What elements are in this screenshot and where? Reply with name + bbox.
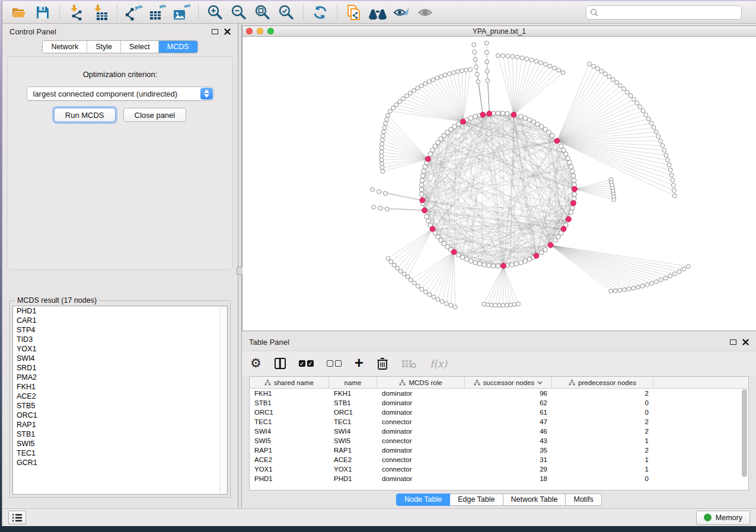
- table-row[interactable]: ORC1ORC1dominator610: [250, 408, 748, 417]
- table-cell[interactable]: dominator: [377, 446, 465, 455]
- mcds-result-item[interactable]: PHD1: [13, 306, 227, 316]
- tab-motifs[interactable]: Motifs: [566, 493, 601, 506]
- memory-button[interactable]: Memory: [696, 511, 750, 525]
- table-row[interactable]: YOX1YOX1connector291: [250, 464, 748, 474]
- table-cell[interactable]: dominator: [377, 398, 465, 408]
- table-cell[interactable]: connector: [377, 436, 465, 446]
- table-cell[interactable]: 1: [552, 455, 653, 464]
- import-network-button[interactable]: [65, 3, 88, 22]
- table-cell[interactable]: ORC1: [329, 408, 377, 417]
- maximize-window-icon[interactable]: [267, 28, 274, 34]
- table-row[interactable]: PHD1PHD1dominator180: [250, 474, 748, 483]
- table-cell[interactable]: dominator: [377, 408, 465, 417]
- network-window-titlebar[interactable]: YPA_prune.txt_1: [243, 26, 756, 37]
- tab-network[interactable]: Network: [43, 41, 87, 53]
- hide-selected-button[interactable]: [390, 3, 413, 22]
- export-image-button[interactable]: [170, 3, 193, 22]
- close-window-icon[interactable]: [246, 28, 253, 34]
- zoom-in-button[interactable]: [203, 3, 227, 22]
- column-header-successor-nodes[interactable]: successor nodes: [465, 377, 552, 388]
- table-cell[interactable]: dominator: [377, 474, 465, 483]
- network-canvas[interactable]: [243, 37, 756, 331]
- open-file-button[interactable]: [7, 3, 31, 22]
- table-cell[interactable]: YOX1: [329, 464, 377, 474]
- table-cell[interactable]: SWI5: [329, 436, 377, 446]
- float-panel-icon[interactable]: [212, 29, 218, 34]
- table-cell[interactable]: 1: [552, 464, 653, 474]
- table-cell[interactable]: SWI4: [329, 427, 377, 436]
- mcds-result-item[interactable]: GCR1: [13, 458, 227, 467]
- first-neighbors-button[interactable]: [366, 3, 390, 22]
- table-cell[interactable]: 2: [552, 389, 653, 398]
- table-cell[interactable]: RAP1: [250, 446, 329, 455]
- delete-table-button[interactable]: [401, 355, 417, 373]
- float-table-panel-icon[interactable]: [730, 339, 736, 345]
- delete-columns-button[interactable]: [377, 355, 388, 373]
- save-session-button[interactable]: [31, 3, 55, 22]
- table-cell[interactable]: dominator: [377, 389, 465, 398]
- table-row[interactable]: RAP1RAP1dominator352: [250, 446, 748, 455]
- mcds-result-item[interactable]: CAR1: [13, 316, 227, 325]
- table-row[interactable]: SWI4SWI4dominator462: [250, 427, 748, 436]
- export-table-button[interactable]: [146, 3, 170, 22]
- table-cell[interactable]: 29: [465, 464, 552, 474]
- table-cell[interactable]: 2: [552, 427, 653, 436]
- mcds-result-item[interactable]: PMA2: [13, 373, 227, 382]
- refresh-button[interactable]: [308, 3, 332, 22]
- function-builder-button[interactable]: f(x): [430, 355, 447, 373]
- mcds-result-item[interactable]: YOX1: [13, 344, 227, 354]
- column-header-MCDS-role[interactable]: MCDS role: [377, 377, 465, 388]
- mcds-result-item[interactable]: SWI5: [13, 439, 227, 448]
- import-table-button[interactable]: [88, 3, 112, 22]
- table-cell[interactable]: connector: [377, 455, 465, 464]
- mcds-result-item[interactable]: TID3: [13, 335, 227, 344]
- mcds-result-item[interactable]: STB1: [13, 430, 227, 439]
- table-cell[interactable]: ACE2: [250, 455, 329, 464]
- zoom-out-button[interactable]: [227, 3, 251, 22]
- close-panel-button[interactable]: Close panel: [123, 108, 187, 122]
- panel-splitter[interactable]: [238, 24, 242, 508]
- table-cell[interactable]: 1: [552, 436, 653, 446]
- copy-network-button[interactable]: [342, 3, 366, 22]
- table-cell[interactable]: 2: [552, 446, 653, 455]
- deselect-all-rows-button[interactable]: [327, 355, 342, 373]
- table-cell[interactable]: FKH1: [329, 389, 377, 398]
- zoom-fit-button[interactable]: [251, 3, 275, 22]
- show-task-history-button[interactable]: [8, 511, 26, 524]
- mcds-result-item[interactable]: SWI4: [13, 354, 227, 363]
- table-cell[interactable]: TEC1: [329, 417, 377, 427]
- select-all-rows-button[interactable]: ✓✓: [299, 355, 314, 373]
- show-all-button[interactable]: [413, 3, 437, 22]
- tab-node-table[interactable]: Node Table: [396, 493, 450, 506]
- table-cell[interactable]: 0: [552, 408, 653, 417]
- mcds-result-item[interactable]: ACE2: [13, 392, 227, 401]
- network-graph[interactable]: [243, 37, 755, 329]
- table-cell[interactable]: 31: [465, 455, 552, 464]
- close-table-panel-icon[interactable]: [742, 339, 749, 345]
- table-scrollbar-thumb[interactable]: [742, 389, 747, 477]
- mcds-result-item[interactable]: SRD1: [13, 363, 227, 373]
- mcds-result-item[interactable]: RAP1: [13, 420, 227, 430]
- table-cell[interactable]: STB1: [250, 398, 329, 408]
- table-cell[interactable]: ORC1: [250, 408, 329, 417]
- table-row[interactable]: TEC1TEC1connector472: [250, 417, 748, 427]
- table-cell[interactable]: STB1: [329, 398, 377, 408]
- tab-select[interactable]: Select: [121, 41, 159, 53]
- search-input[interactable]: [601, 8, 738, 17]
- table-row[interactable]: SWI5SWI5connector431: [250, 436, 748, 446]
- table-cell[interactable]: 61: [465, 408, 552, 417]
- table-cell[interactable]: 46: [465, 427, 552, 436]
- minimize-window-icon[interactable]: [257, 28, 263, 34]
- split-column-button[interactable]: [275, 355, 286, 373]
- mcds-result-item[interactable]: TEC1: [13, 448, 227, 458]
- tab-mcds[interactable]: MCDS: [159, 41, 197, 53]
- table-cell[interactable]: RAP1: [329, 446, 377, 455]
- table-cell[interactable]: 35: [465, 446, 552, 455]
- search-field[interactable]: [586, 5, 742, 20]
- table-cell[interactable]: YOX1: [250, 464, 329, 474]
- table-cell[interactable]: 47: [465, 417, 552, 427]
- mcds-result-list[interactable]: PHD1CAR1STP4TID3YOX1SWI4SRD1PMA2FKH1ACE2…: [12, 306, 228, 495]
- mcds-result-item[interactable]: ORC1: [13, 411, 227, 420]
- table-row[interactable]: ACE2ACE2connector311: [250, 455, 748, 464]
- table-cell[interactable]: FKH1: [250, 389, 329, 398]
